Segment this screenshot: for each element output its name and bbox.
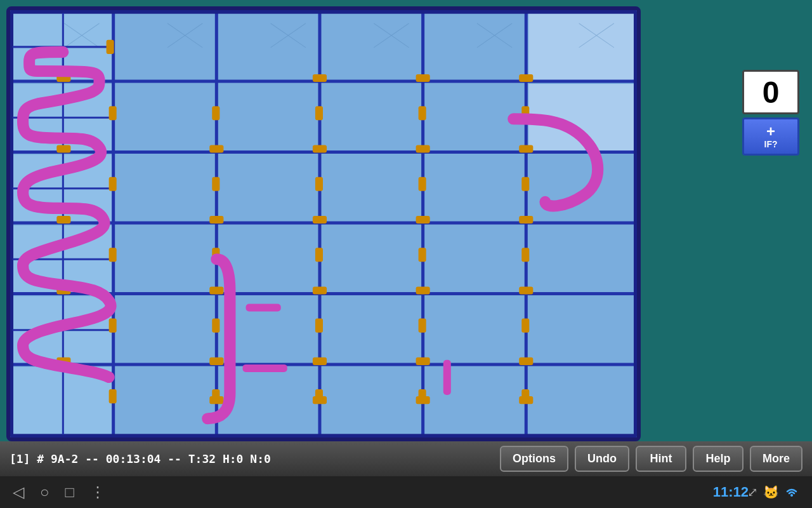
svg-rect-99 xyxy=(521,177,529,191)
svg-rect-79 xyxy=(313,286,327,294)
svg-rect-102 xyxy=(315,248,323,262)
svg-rect-86 xyxy=(209,396,223,404)
svg-rect-88 xyxy=(416,396,430,404)
if-button[interactable]: + IF? xyxy=(742,117,799,156)
svg-rect-81 xyxy=(519,286,533,294)
svg-rect-109 xyxy=(521,319,529,333)
svg-rect-59 xyxy=(11,12,636,436)
menu-button[interactable]: ⋮ xyxy=(90,483,105,501)
svg-rect-122 xyxy=(242,364,287,372)
game-container xyxy=(6,6,641,441)
svg-line-46 xyxy=(477,23,512,48)
svg-rect-77 xyxy=(519,216,533,224)
svg-rect-113 xyxy=(419,389,426,403)
svg-rect-83 xyxy=(313,358,327,365)
svg-rect-70 xyxy=(209,145,223,152)
svg-line-48 xyxy=(579,23,614,48)
svg-line-40 xyxy=(167,23,202,48)
svg-rect-10 xyxy=(322,84,423,152)
svg-rect-31 xyxy=(13,367,114,434)
svg-rect-22 xyxy=(322,225,423,293)
svg-rect-89 xyxy=(519,396,533,404)
system-bar: ◁ ○ □ ⋮ 11:12 ⤢ 🐱 xyxy=(0,476,812,508)
svg-rect-69 xyxy=(519,74,533,82)
svg-rect-21 xyxy=(219,225,320,293)
svg-rect-118 xyxy=(56,216,70,224)
if-plus: + xyxy=(766,124,775,139)
svg-rect-25 xyxy=(13,296,114,364)
more-button[interactable]: More xyxy=(750,446,802,472)
svg-rect-67 xyxy=(313,74,327,82)
if-text: IF? xyxy=(764,139,778,149)
status-text: [1] # 9A-2 -- 00:13:04 -- T:32 H:0 N:0 xyxy=(10,452,494,465)
svg-rect-28 xyxy=(322,296,423,364)
svg-rect-74 xyxy=(209,216,223,224)
svg-rect-100 xyxy=(109,248,117,262)
svg-rect-96 xyxy=(212,177,219,191)
cat-icon: 🐱 xyxy=(763,485,779,500)
score-display: 0 xyxy=(742,70,799,114)
svg-rect-92 xyxy=(315,106,323,120)
svg-rect-72 xyxy=(416,145,430,152)
expand-icon: ⤢ xyxy=(747,485,758,500)
svg-rect-82 xyxy=(209,358,223,365)
svg-rect-105 xyxy=(109,319,117,333)
svg-rect-13 xyxy=(13,155,114,223)
svg-rect-68 xyxy=(416,74,430,82)
svg-rect-119 xyxy=(56,286,70,294)
home-button[interactable]: ○ xyxy=(40,483,49,501)
svg-line-47 xyxy=(579,23,614,48)
svg-rect-110 xyxy=(109,389,117,403)
svg-rect-24 xyxy=(528,225,634,293)
svg-rect-19 xyxy=(13,225,114,293)
svg-rect-3 xyxy=(219,13,320,81)
svg-rect-108 xyxy=(419,319,426,333)
svg-rect-80 xyxy=(416,286,430,294)
svg-rect-98 xyxy=(419,177,426,191)
toolbar: [1] # 9A-2 -- 00:13:04 -- T:32 H:0 N:0 O… xyxy=(0,441,812,476)
svg-rect-30 xyxy=(528,296,634,364)
svg-rect-104 xyxy=(521,248,529,262)
svg-rect-87 xyxy=(313,396,327,404)
svg-rect-6 xyxy=(528,13,634,81)
svg-rect-112 xyxy=(315,389,323,403)
hint-button[interactable]: Hint xyxy=(636,446,686,472)
back-button[interactable]: ◁ xyxy=(13,483,24,501)
svg-line-42 xyxy=(271,23,306,48)
svg-rect-16 xyxy=(322,155,423,223)
svg-line-44 xyxy=(374,23,409,48)
svg-rect-121 xyxy=(246,304,281,312)
svg-rect-4 xyxy=(322,13,423,81)
svg-rect-75 xyxy=(313,216,327,224)
svg-rect-107 xyxy=(315,319,323,333)
svg-rect-9 xyxy=(219,84,320,152)
svg-rect-23 xyxy=(426,225,527,293)
svg-rect-0 xyxy=(10,11,637,438)
help-button[interactable]: Help xyxy=(693,446,743,472)
svg-line-38 xyxy=(64,23,99,48)
svg-rect-27 xyxy=(219,296,320,364)
recent-apps-button[interactable]: □ xyxy=(65,483,75,501)
svg-rect-1 xyxy=(13,13,114,81)
svg-rect-17 xyxy=(426,155,527,223)
svg-line-39 xyxy=(167,23,202,48)
svg-rect-5 xyxy=(426,13,527,81)
options-button[interactable]: Options xyxy=(500,446,568,472)
svg-rect-14 xyxy=(116,155,217,223)
svg-rect-29 xyxy=(426,296,527,364)
svg-rect-117 xyxy=(56,145,70,152)
svg-rect-76 xyxy=(416,216,430,224)
svg-rect-36 xyxy=(528,367,634,434)
svg-rect-106 xyxy=(212,319,219,333)
svg-rect-26 xyxy=(116,296,217,364)
svg-rect-123 xyxy=(443,360,451,395)
svg-rect-12 xyxy=(528,84,634,152)
svg-rect-85 xyxy=(519,358,533,365)
undo-button[interactable]: Undo xyxy=(575,446,629,472)
svg-rect-101 xyxy=(212,248,219,262)
svg-rect-15 xyxy=(219,155,320,223)
svg-rect-73 xyxy=(519,145,533,152)
score-value: 0 xyxy=(763,75,780,110)
svg-line-37 xyxy=(64,23,99,48)
svg-rect-71 xyxy=(313,145,327,152)
